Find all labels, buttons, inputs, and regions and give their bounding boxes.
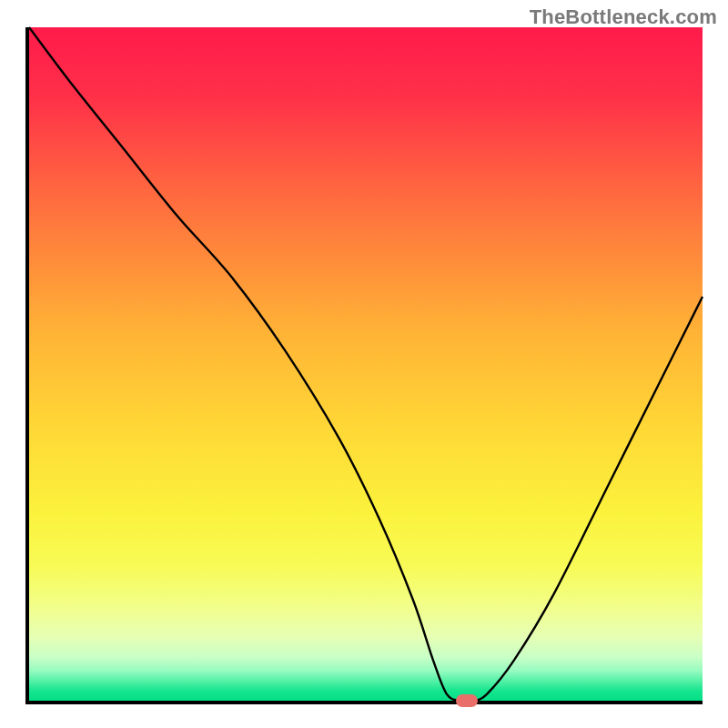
chart-container: TheBottleneck.com	[0, 0, 728, 728]
plot-area	[25, 27, 703, 704]
optimal-point-marker	[456, 694, 478, 707]
bottleneck-curve	[29, 27, 703, 701]
attribution-text: TheBottleneck.com	[530, 5, 717, 29]
